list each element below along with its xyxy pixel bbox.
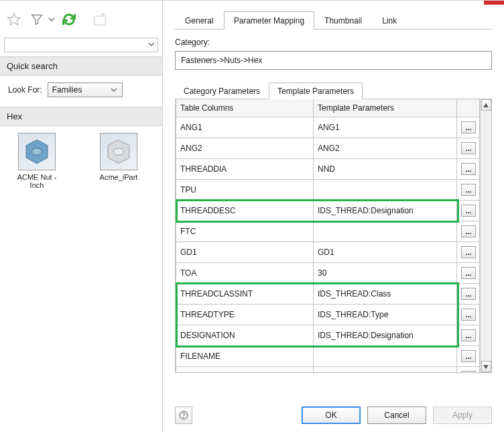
help-button[interactable] [175, 407, 192, 424]
cell-table-column[interactable]: MATERIAL [176, 367, 314, 373]
tab-parameter-mapping[interactable]: Parameter Mapping [224, 11, 314, 30]
look-for-dropdown[interactable]: Families [48, 83, 123, 97]
table-row[interactable]: THREADDIANND... [176, 159, 480, 180]
hex-nut-blue-icon [18, 133, 56, 170]
cell-template-parameter[interactable]: GD1 [314, 242, 457, 263]
tab-category-parameters[interactable]: Category Parameters [175, 83, 269, 99]
table-row[interactable]: THREADTYPEIDS_THREAD:Type... [176, 305, 480, 325]
category-label: Category: [175, 38, 492, 47]
cell-table-column[interactable]: THREADTYPE [176, 305, 314, 325]
table-row[interactable]: FTC... [176, 221, 480, 242]
table-row[interactable]: MATERIALProject:Material... [176, 367, 480, 373]
ellipsis-button[interactable]: ... [461, 371, 476, 372]
cell-table-column[interactable]: FILENAME [176, 346, 314, 367]
table-row[interactable]: DESIGNATIONIDS_THREAD:Designation... [176, 325, 480, 346]
cell-table-column[interactable]: THREADDESC [176, 201, 314, 221]
ellipsis-button[interactable]: ... [461, 184, 476, 196]
col-header-action [457, 99, 480, 117]
cell-template-parameter[interactable]: ANG1 [314, 117, 457, 138]
filter-dropdown-chevron-down-icon[interactable] [47, 9, 56, 30]
cell-template-parameter[interactable]: IDS_THREAD:Designation [314, 325, 457, 346]
tab-template-parameters[interactable]: Template Parameters [269, 83, 363, 99]
cell-table-column[interactable]: GD1 [176, 242, 314, 263]
cell-template-parameter[interactable]: Project:Material [314, 367, 457, 373]
tab-general[interactable]: General [175, 11, 224, 30]
svg-point-5 [113, 148, 123, 155]
cell-template-parameter[interactable]: 30 [314, 263, 457, 284]
cell-template-parameter[interactable]: ANG2 [314, 138, 457, 159]
cell-table-column[interactable]: FTC [176, 221, 314, 242]
table-row[interactable]: FILENAME... [176, 346, 480, 367]
ellipsis-button[interactable]: ... [461, 329, 476, 341]
ellipsis-button[interactable]: ... [461, 121, 476, 133]
cell-action: ... [457, 305, 480, 325]
cell-table-column[interactable]: ANG1 [176, 117, 314, 138]
cell-action: ... [457, 284, 480, 305]
cell-action: ... [457, 180, 480, 201]
tab-link[interactable]: Link [372, 11, 407, 30]
breadcrumb-bar[interactable] [4, 38, 158, 52]
dialog-button-bar: OK Cancel Apply [163, 398, 504, 432]
refresh-icon[interactable] [59, 9, 79, 30]
favorite-icon[interactable] [4, 9, 24, 30]
table-row[interactable]: GD1GD1... [176, 242, 480, 263]
cell-table-column[interactable]: THREADDIA [176, 159, 314, 180]
table-row[interactable]: TOA30... [176, 263, 480, 284]
ellipsis-button[interactable]: ... [461, 267, 476, 279]
tab-thumbnail[interactable]: Thumbnail [314, 11, 372, 30]
grid-vertical-scrollbar[interactable] [480, 99, 491, 372]
ellipsis-button[interactable]: ... [461, 350, 476, 362]
ellipsis-button[interactable]: ... [461, 246, 476, 258]
cell-template-parameter[interactable]: IDS_THREAD:Class [314, 284, 457, 305]
svg-marker-0 [8, 13, 20, 24]
ok-button[interactable]: OK [302, 407, 361, 424]
family-item-acme-ipart[interactable]: Acme_iPart [91, 133, 146, 189]
svg-marker-7 [484, 365, 488, 368]
svg-marker-6 [484, 103, 488, 107]
cell-action: ... [457, 201, 480, 221]
family-item-label: ACME Nut - Inch [9, 173, 64, 189]
scroll-down-arrow-icon[interactable] [481, 361, 491, 372]
filter-icon[interactable] [27, 9, 47, 30]
table-row[interactable]: THREADDESCIDS_THREAD:Designation... [176, 201, 480, 221]
cell-action: ... [457, 263, 480, 284]
ellipsis-button[interactable]: ... [461, 205, 476, 217]
ellipsis-button[interactable]: ... [461, 309, 476, 321]
category-value: Fasteners->Nuts->Hex [181, 56, 262, 65]
table-row[interactable]: ANG2ANG2... [176, 138, 480, 159]
table-row[interactable]: ANG1ANG1... [176, 117, 480, 138]
cell-action: ... [457, 138, 480, 159]
ellipsis-button[interactable]: ... [461, 163, 476, 175]
new-item-icon[interactable] [90, 9, 110, 30]
col-header-table-columns[interactable]: Table Columns [176, 99, 314, 117]
cancel-button[interactable]: Cancel [367, 407, 426, 424]
quick-search-header: Quick search [0, 56, 162, 76]
hex-nut-gray-icon [100, 133, 137, 170]
cell-template-parameter[interactable]: NND [314, 159, 457, 180]
scroll-up-arrow-icon[interactable] [481, 99, 491, 111]
cell-table-column[interactable]: DESIGNATION [176, 325, 314, 346]
cell-action: ... [457, 325, 480, 346]
cell-action: ... [457, 346, 480, 367]
family-thumbnails: ACME Nut - Inch Acme_iPart [0, 126, 162, 196]
col-header-template-parameters[interactable]: Template Parameters [314, 99, 457, 117]
cell-template-parameter[interactable] [314, 346, 457, 367]
family-item-acme-nut[interactable]: ACME Nut - Inch [9, 133, 64, 189]
look-for-label: Look For: [8, 85, 42, 95]
chevron-down-icon [109, 84, 119, 96]
category-field[interactable]: Fasteners->Nuts->Hex [175, 51, 492, 70]
cell-table-column[interactable]: TPU [176, 180, 314, 201]
cell-table-column[interactable]: TOA [176, 263, 314, 284]
cell-table-column[interactable]: ANG2 [176, 138, 314, 159]
cell-action: ... [457, 159, 480, 180]
cell-template-parameter[interactable] [314, 180, 457, 201]
ellipsis-button[interactable]: ... [461, 288, 476, 300]
ellipsis-button[interactable]: ... [461, 142, 476, 154]
ellipsis-button[interactable]: ... [461, 225, 476, 237]
cell-table-column[interactable]: THREADCLASSINT [176, 284, 314, 305]
cell-template-parameter[interactable] [314, 221, 457, 242]
cell-template-parameter[interactable]: IDS_THREAD:Type [314, 305, 457, 325]
table-row[interactable]: THREADCLASSINTIDS_THREAD:Class... [176, 284, 480, 305]
table-row[interactable]: TPU... [176, 180, 480, 201]
cell-template-parameter[interactable]: IDS_THREAD:Designation [314, 201, 457, 221]
